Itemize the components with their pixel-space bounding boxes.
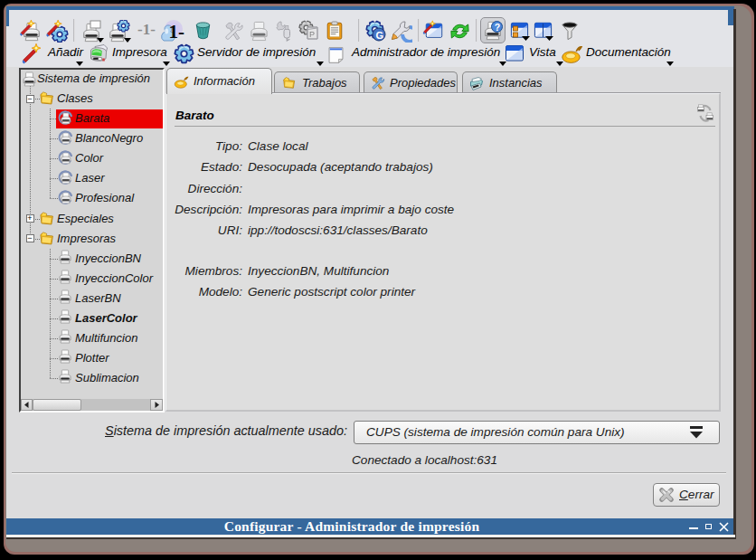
svg-text:G: G: [376, 30, 384, 41]
svg-text:P: P: [309, 30, 315, 39]
svg-text:1-: 1-: [169, 21, 185, 43]
svg-text:?: ?: [495, 22, 500, 33]
